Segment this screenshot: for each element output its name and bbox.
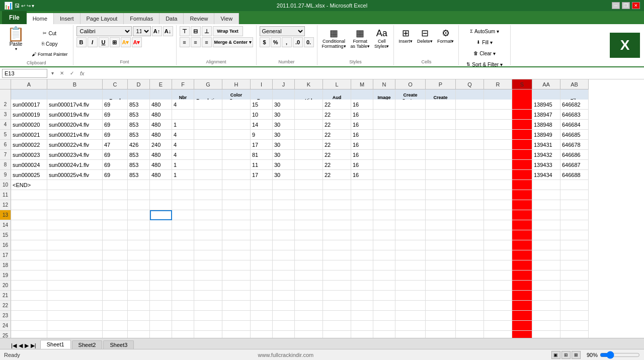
bold-button[interactable]: B (76, 37, 87, 47)
cell-10-K[interactable] (295, 180, 323, 190)
cell-16-AB[interactable] (560, 240, 589, 250)
cell-4-D[interactable]: 853 (128, 120, 150, 130)
cell-8-AA[interactable]: 139433 (532, 160, 560, 170)
cell-4-N[interactable] (373, 120, 395, 130)
cell-12-AB[interactable] (560, 200, 589, 210)
comma-btn[interactable]: , (282, 37, 292, 47)
cell-17-J[interactable] (273, 250, 295, 260)
cell-11-R[interactable] (484, 190, 512, 200)
cell-6-S[interactable] (512, 140, 532, 150)
cell-8-H[interactable] (222, 160, 251, 170)
cell-14-I[interactable] (251, 220, 273, 230)
cell-21-K[interactable] (295, 291, 323, 301)
cell-11-P[interactable] (426, 190, 456, 200)
cell-11-M[interactable] (351, 190, 373, 200)
paste-button[interactable]: 📋 Paste ▾ (3, 26, 29, 52)
cell-8-L[interactable]: 22 (323, 160, 351, 170)
cut-button[interactable]: ✂Cut (30, 28, 70, 38)
cell-5-D[interactable]: 853 (128, 130, 150, 140)
cell-2-B[interactable]: sun000017v4.flv (47, 100, 103, 110)
cell-7-M[interactable]: 16 (351, 150, 373, 160)
cell-12-D[interactable] (128, 200, 150, 210)
cell-11-J[interactable] (273, 190, 295, 200)
wrap-text-button[interactable]: Wrap Text (213, 26, 243, 36)
col-header-AA[interactable]: AA (532, 79, 560, 89)
cell-13-M[interactable] (351, 210, 373, 220)
cell-9-P[interactable] (426, 170, 456, 180)
cell-11-E[interactable] (150, 190, 172, 200)
cell-23-S[interactable] (512, 311, 532, 321)
cell-3-P[interactable] (426, 110, 456, 120)
cell-12-P[interactable] (426, 200, 456, 210)
sheet-nav-prev[interactable]: ◀ (18, 342, 24, 349)
cell-3-J[interactable]: 30 (273, 110, 295, 120)
cell-7-C[interactable]: 69 (103, 150, 128, 160)
cell-25-O[interactable] (395, 331, 426, 338)
cell-20-N[interactable] (373, 281, 395, 291)
cell-6-B[interactable]: sun000022v4.flv (47, 140, 103, 150)
cell-15-O[interactable] (395, 230, 426, 240)
cell-22-G[interactable] (194, 301, 222, 311)
cell-25-D[interactable] (128, 331, 150, 338)
cell-3-K[interactable] (295, 110, 323, 120)
cell-16-K[interactable] (295, 240, 323, 250)
tab-insert[interactable]: Insert (54, 13, 80, 24)
tab-file[interactable]: File (2, 11, 27, 24)
page-layout-view-btn[interactable]: ⊞ (561, 351, 571, 359)
cell-18-P[interactable] (426, 260, 456, 271)
cell-16-R[interactable] (484, 240, 512, 250)
col-header-R[interactable]: R (484, 79, 512, 89)
cell-23-O[interactable] (395, 311, 426, 321)
cell-15-G[interactable] (194, 230, 222, 240)
cell-13-E[interactable] (150, 210, 172, 220)
cell-22-E[interactable] (150, 301, 172, 311)
cell-21-AB[interactable] (560, 291, 589, 301)
cell-19-P[interactable] (426, 271, 456, 281)
cell-24-D[interactable] (128, 321, 150, 331)
cell-9-O[interactable] (395, 170, 426, 180)
cell-6-R[interactable] (484, 140, 512, 150)
row-header-5[interactable]: 5 (0, 130, 11, 140)
cell-15-L[interactable] (323, 230, 351, 240)
cell-8-K[interactable] (295, 160, 323, 170)
cell-15-C[interactable] (103, 230, 128, 240)
cell-24-K[interactable] (295, 321, 323, 331)
cell-13-H[interactable] (222, 210, 251, 220)
cell-5-I[interactable]: 9 (251, 130, 273, 140)
cell-16-M[interactable] (351, 240, 373, 250)
cell-8-F[interactable]: 1 (172, 160, 194, 170)
cell-25-A[interactable] (11, 331, 47, 338)
row-header-4[interactable]: 4 (0, 120, 11, 130)
cell-23-P[interactable] (426, 311, 456, 321)
cell-5-AA[interactable]: 138949 (532, 130, 560, 140)
cell-10-A[interactable]: <END> (11, 180, 47, 190)
cell-3-AA[interactable]: 138947 (532, 110, 560, 120)
cell-14-O[interactable] (395, 220, 426, 230)
cell-12-N[interactable] (373, 200, 395, 210)
cell-18-C[interactable] (103, 260, 128, 271)
cell-3-C[interactable]: 69 (103, 110, 128, 120)
cell-13-C[interactable] (103, 210, 128, 220)
cell-2-J[interactable]: 30 (273, 100, 295, 110)
cell-7-S[interactable] (512, 150, 532, 160)
percent-btn[interactable]: % (271, 37, 281, 47)
cell-10-AA[interactable] (532, 180, 560, 190)
row-header-25[interactable]: 25 (0, 331, 11, 338)
cell-13-G[interactable] (194, 210, 222, 220)
col-header-A[interactable]: A (11, 79, 47, 89)
cell-16-H[interactable] (222, 240, 251, 250)
cell-8-P[interactable] (426, 160, 456, 170)
cell-24-H[interactable] (222, 321, 251, 331)
cell-14-A[interactable] (11, 220, 47, 230)
expand-icon[interactable]: ▾ (49, 70, 56, 76)
sheet-tab-2[interactable]: Sheet2 (72, 340, 103, 349)
cell-24-S[interactable] (512, 321, 532, 331)
cell-25-F[interactable] (172, 331, 194, 338)
sheet-nav-first[interactable]: |◀ (10, 342, 18, 349)
cell-7-L[interactable]: 22 (323, 150, 351, 160)
cell-20-AA[interactable] (532, 281, 560, 291)
cell-5-N[interactable] (373, 130, 395, 140)
tab-data[interactable]: Data (159, 13, 184, 24)
cell-21-P[interactable] (426, 291, 456, 301)
cell-20-S[interactable] (512, 281, 532, 291)
